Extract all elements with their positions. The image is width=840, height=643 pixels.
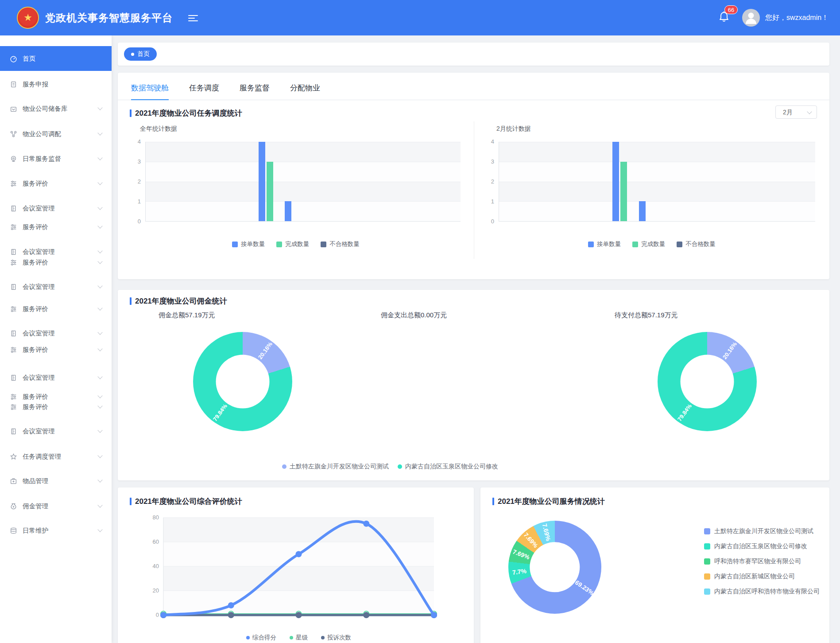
legend-marker-icon — [632, 242, 638, 247]
app-title: 党政机关事务智慧服务平台 — [45, 0, 173, 35]
slice-label: 7.69% — [512, 548, 531, 561]
tab-分配物业[interactable]: 分配物业 — [290, 83, 320, 94]
evaluation-statistics-card: 2021年度物业公司综合评价统计 综合得分星级投诉次数 806040200 — [118, 487, 474, 643]
legend-item[interactable]: 完成数量 — [276, 240, 309, 248]
user-avatar[interactable] — [742, 9, 760, 27]
sidebar-item[interactable]: 会议室管理 — [0, 277, 112, 297]
sidebar-item-label: 任务调度管理 — [23, 452, 61, 461]
tab-服务监督[interactable]: 服务监督 — [240, 83, 270, 94]
plot-band — [146, 162, 461, 182]
title-accent-bar — [130, 498, 132, 505]
share-icon — [10, 130, 17, 138]
plot-band — [499, 182, 815, 202]
sidebar-item-label: 服务评价 — [23, 179, 48, 188]
y-axis-tick: 40 — [144, 563, 159, 569]
year-chart-panel: 全年统计数据 接单数量完成数量不合格数量 43210 — [118, 121, 474, 259]
legend-item[interactable]: 综合得分 — [246, 634, 276, 642]
month-select[interactable]: 2月 — [775, 105, 817, 119]
y-axis-tick: 1 — [483, 198, 494, 205]
legend-marker-icon — [398, 464, 402, 469]
slice-label: 69.23% — [573, 579, 595, 596]
sliders-icon — [10, 180, 17, 187]
legend-item[interactable]: 完成数量 — [632, 240, 665, 248]
legend-item[interactable]: 接单数量 — [588, 240, 621, 248]
sidebar-item[interactable]: 佣金管理 — [0, 496, 112, 516]
bar-接单数量 — [259, 142, 265, 221]
legend-marker-icon — [246, 636, 250, 639]
sidebar-item[interactable]: 服务评价 — [0, 173, 112, 194]
legend-item[interactable]: 投诉次数 — [321, 634, 351, 642]
commission-paid-label: 佣金支出总额0.00万元 — [381, 311, 447, 320]
sidebar-item-label: 日常服务监督 — [23, 155, 61, 163]
archive-icon — [10, 105, 17, 113]
legend-marker-icon — [588, 242, 594, 247]
sidebar-item[interactable]: 任务调度管理 — [0, 446, 112, 467]
chevron-down-icon — [97, 155, 102, 160]
tab-数据驾驶舱[interactable]: 数据驾驶舱 — [131, 83, 169, 94]
sidebar-item[interactable]: 首页 — [0, 46, 112, 71]
chevron-down-icon — [97, 180, 102, 185]
slice-label: 7.69% — [541, 523, 552, 542]
donut-chart-service: 69.23%7.7%7.69%7.69%7.69% — [508, 521, 601, 614]
sidebar-item[interactable]: 服务评价 — [0, 397, 112, 417]
legend-item[interactable]: 土默特左旗金川开发区物业公司测试 — [704, 526, 820, 536]
line-chart-evaluation — [163, 518, 434, 615]
chevron-down-icon — [97, 205, 102, 210]
sidebar-item[interactable]: 日常服务监督 — [0, 148, 112, 169]
door-icon — [10, 330, 17, 337]
sidebar-item-label: 会议室管理 — [23, 283, 55, 291]
sidebar-item-label: 服务评价 — [23, 346, 48, 354]
tab-bar: 数据驾驶舱任务调度服务监督分配物业 — [118, 73, 829, 100]
chevron-down-icon — [97, 130, 102, 135]
sidebar-item[interactable]: 服务评价 — [0, 252, 112, 273]
legend-item[interactable]: 星级 — [290, 634, 308, 642]
legend-marker-icon — [704, 543, 710, 549]
legend-item[interactable]: 接单数量 — [232, 240, 265, 248]
legend-item[interactable]: 内蒙古自治区新城区物业公司 — [704, 572, 820, 581]
legend-item[interactable]: 不合格数量 — [321, 240, 360, 248]
sidebar-item[interactable]: 服务评价 — [0, 339, 112, 360]
sidebar-item[interactable]: 会议室管理 — [0, 367, 112, 388]
tab-任务调度[interactable]: 任务调度 — [189, 83, 219, 94]
sliders-icon — [10, 305, 17, 313]
sidebar-item[interactable]: 服务评价 — [0, 217, 112, 237]
sidebar-item[interactable]: 物业公司调配 — [0, 124, 112, 144]
sliders-icon — [10, 223, 17, 231]
commission-legend: 土默特左旗金川开发区物业公司测试内蒙古自治区玉泉区物业公司修改 — [118, 463, 662, 471]
sidebar-item-label: 会议室管理 — [23, 329, 55, 338]
legend-item[interactable]: 不合格数量 — [677, 240, 716, 248]
sidebar-item-label: 服务评价 — [23, 258, 48, 267]
legend-item[interactable]: 内蒙古自治区玉泉区物业公司修改 — [398, 463, 498, 471]
legend-marker-icon — [704, 528, 710, 534]
plot-band — [146, 201, 461, 221]
chevron-down-icon — [97, 428, 102, 433]
sidebar-item[interactable]: 物业公司储备库 — [0, 98, 112, 119]
breadcrumb[interactable]: 首页 — [124, 47, 157, 61]
plot-band — [499, 142, 815, 162]
sidebar-item[interactable]: 会议室管理 — [0, 421, 112, 441]
sidebar-toggle-icon[interactable] — [188, 13, 198, 22]
sidebar-item[interactable]: 服务评价 — [0, 299, 112, 319]
service-statistics-card: 2021年度物业公司服务情况统计 69.23%7.7%7.69%7.69%7.6… — [480, 487, 829, 643]
y-axis-tick: 3 — [129, 158, 141, 165]
gauge-icon — [10, 55, 17, 62]
sidebar-item[interactable]: 物品管理 — [0, 471, 112, 491]
breadcrumb-bar: 首页 — [118, 43, 829, 66]
legend-item[interactable]: 土默特左旗金川开发区物业公司测试 — [282, 463, 389, 471]
sidebar-item[interactable]: 日常维护 — [0, 520, 112, 541]
chart-legend: 接单数量完成数量不合格数量 — [118, 240, 474, 248]
sidebar-item[interactable]: 服务申报 — [0, 74, 112, 94]
plot-band — [146, 182, 461, 202]
sidebar-item[interactable]: 会议室管理 — [0, 198, 112, 218]
legend-item[interactable]: 呼和浩特市赛罕区物业有限公司 — [704, 557, 820, 566]
national-emblem-logo: ★ — [17, 7, 39, 29]
title-accent-bar — [130, 109, 132, 117]
legend-item[interactable]: 内蒙古自治区玉泉区物业公司修改 — [704, 542, 820, 551]
slice-label: 79.84% — [676, 402, 693, 422]
chevron-down-icon — [97, 305, 102, 310]
notification-bell[interactable]: 66 — [718, 11, 732, 26]
title-accent-bar — [492, 498, 494, 505]
legend-item[interactable]: 内蒙古自治区呼和浩特市物业有限公司 — [704, 587, 820, 596]
sidebar-item-label: 服务评价 — [23, 305, 48, 313]
bar-chart-month — [499, 142, 815, 222]
